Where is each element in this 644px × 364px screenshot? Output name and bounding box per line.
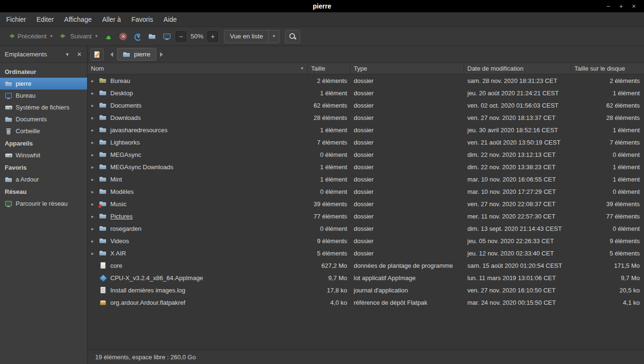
column-header-type[interactable]: Type bbox=[350, 63, 464, 74]
close-button[interactable]: × bbox=[627, 0, 640, 12]
folder-icon bbox=[99, 138, 107, 146]
minimize-button[interactable]: − bbox=[602, 0, 615, 12]
expander-icon[interactable]: ▸ bbox=[89, 189, 96, 194]
folder-icon bbox=[148, 33, 156, 40]
file-row-documents[interactable]: ▸Documents62 élémentsdossierven. 02 oct.… bbox=[88, 99, 644, 111]
file-row-modeles[interactable]: ▸Modèles0 élémentdossiermar. 10 nov. 202… bbox=[88, 185, 644, 198]
file-name-label: org.ardour.Ardour.flatpakref bbox=[110, 299, 185, 306]
expander-icon[interactable]: ▸ bbox=[89, 201, 96, 207]
forward-history-caret-icon[interactable]: ▼ bbox=[95, 34, 98, 38]
column-header-taille-sur-le-disque[interactable]: Taille sur le disque bbox=[571, 63, 644, 74]
sidebar-item-documents[interactable]: Documents bbox=[0, 113, 87, 125]
expander-icon[interactable]: ▸ bbox=[89, 251, 96, 256]
expander-icon[interactable]: ▸ bbox=[89, 164, 96, 170]
file-row-javasharedresources[interactable]: ▸javasharedresources1 élémentdossierjeu.… bbox=[88, 124, 644, 136]
menubar: FichierEditerAffichageAller àFavorisAide bbox=[0, 12, 644, 27]
stop-icon bbox=[119, 33, 127, 40]
file-row-mint[interactable]: ▸Mint1 élémentdossiermar. 10 nov. 2020 1… bbox=[88, 173, 644, 185]
file-type-cell: référence de dépôt Flatpak bbox=[350, 299, 464, 306]
column-header-date-de-modification[interactable]: Date de modification bbox=[464, 63, 571, 74]
menu-affichage[interactable]: Affichage bbox=[59, 12, 97, 27]
file-modified-cell: ven. 02 oct. 2020 01:56:03 CEST bbox=[464, 102, 571, 109]
zoom-in-button[interactable]: + bbox=[207, 31, 218, 42]
file-type-cell: dossier bbox=[350, 213, 464, 220]
sidebar-view-selector[interactable]: Emplacements bbox=[5, 51, 61, 58]
expander-icon[interactable]: ▸ bbox=[89, 177, 96, 182]
sidebar-item-label: Documents bbox=[16, 116, 47, 123]
zoom-out-button[interactable]: − bbox=[176, 31, 186, 42]
drive-icon bbox=[5, 152, 12, 159]
file-disk-size-cell: 9,7 Mo bbox=[571, 274, 644, 282]
view-mode-selector[interactable]: Vue en liste ▼ bbox=[224, 30, 279, 43]
expander-icon[interactable]: ▸ bbox=[89, 226, 96, 231]
file-disk-size-cell: 0 élément bbox=[571, 188, 644, 195]
file-disk-size-cell: 77 éléments bbox=[571, 213, 644, 220]
file-row-pictures[interactable]: ▸Pictures77 élémentsdossiermer. 11 nov. … bbox=[88, 210, 644, 222]
file-row-rosegarden[interactable]: ▸rosegarden0 élémentdossierdim. 13 sept.… bbox=[88, 222, 644, 235]
file-row-videos[interactable]: ▸Videos9 élémentsdossierjeu. 05 nov. 202… bbox=[88, 235, 644, 247]
refresh-button[interactable] bbox=[130, 31, 145, 42]
file-modified-cell: dim. 22 nov. 2020 13:12:13 CET bbox=[464, 151, 571, 158]
edit-location-button[interactable] bbox=[90, 48, 104, 61]
file-row-lightworks[interactable]: ▸Lightworks7 élémentsdossierven. 21 août… bbox=[88, 136, 644, 148]
file-row-megasync[interactable]: ▸MEGAsync0 élémentdossierdim. 22 nov. 20… bbox=[88, 148, 644, 161]
maximize-button[interactable]: + bbox=[615, 0, 627, 12]
file-name-cell: ▸javasharedresources bbox=[88, 126, 308, 134]
breadcrumb-scroll-right-button[interactable] bbox=[159, 48, 167, 61]
expander-icon[interactable]: ▸ bbox=[89, 91, 96, 96]
expander-icon[interactable]: ▸ bbox=[89, 127, 96, 133]
file-size-cell: 1 élément bbox=[308, 90, 350, 97]
file-row-music[interactable]: ▸Music39 élémentsdossierven. 27 nov. 202… bbox=[88, 198, 644, 210]
sidebar-item-corbeille[interactable]: Corbeille bbox=[0, 125, 87, 137]
file-type-cell: dossier bbox=[350, 176, 464, 183]
expander-icon[interactable]: ▸ bbox=[89, 238, 96, 244]
file-size-cell: 2 éléments bbox=[308, 77, 350, 84]
sidebar-item-systeme-de-fichiers[interactable]: Système de fichiers bbox=[0, 101, 87, 113]
menu-aide[interactable]: Aide bbox=[158, 12, 182, 27]
file-row-x-air[interactable]: ▸X AIR5 élémentsdossierjeu. 12 nov. 2020… bbox=[88, 247, 644, 259]
expander-icon[interactable]: ▸ bbox=[89, 78, 96, 83]
file-row-org-ardour-ardour-flatpakref[interactable]: org.ardour.Ardour.flatpakref4,0 koréfére… bbox=[88, 296, 644, 309]
menu-favoris[interactable]: Favoris bbox=[126, 12, 158, 27]
file-row-desktop[interactable]: ▸Desktop1 élémentdossierjeu. 20 août 202… bbox=[88, 87, 644, 99]
expander-icon[interactable]: ▸ bbox=[89, 152, 96, 157]
file-row-install-dernieres-images-log[interactable]: Install dernières images.log17,8 kojourn… bbox=[88, 284, 644, 296]
up-button[interactable] bbox=[101, 31, 116, 42]
menu-aller-a[interactable]: Aller à bbox=[97, 12, 126, 27]
back-button[interactable]: Précédent ▼ bbox=[4, 31, 56, 42]
file-row-megasync-downloads[interactable]: ▸MEGAsync Downloads1 élémentdossierdim. … bbox=[88, 161, 644, 173]
file-row-core[interactable]: core627,2 Modonnées de plantage de progr… bbox=[88, 259, 644, 272]
computer-button[interactable] bbox=[160, 31, 174, 42]
file-size-cell: 0 élément bbox=[308, 151, 350, 158]
expander-icon[interactable]: ▸ bbox=[89, 103, 96, 108]
sidebar-item-a-ardour[interactable]: a Ardour bbox=[0, 173, 87, 185]
file-row-downloads[interactable]: ▸Downloads28 élémentsdossierven. 27 nov.… bbox=[88, 111, 644, 124]
expander-icon[interactable]: ▸ bbox=[89, 140, 96, 145]
search-button[interactable] bbox=[285, 30, 300, 43]
home-folder-button[interactable] bbox=[145, 31, 160, 42]
file-name-cell: ▸Music bbox=[88, 200, 308, 208]
column-header-nom[interactable]: Nom▼ bbox=[88, 63, 308, 74]
breadcrumb-scroll-left-button[interactable] bbox=[106, 48, 115, 61]
back-history-caret-icon[interactable]: ▼ bbox=[50, 34, 54, 38]
sidebar-close-icon[interactable]: × bbox=[74, 50, 82, 59]
expander-icon[interactable]: ▸ bbox=[89, 214, 96, 219]
stop-button[interactable] bbox=[116, 31, 130, 42]
file-row-cpu-x-v3-2-4-x86-64-appimage[interactable]: CPU-X_v3.2.4_x86_64.AppImage9,7 Molot ap… bbox=[88, 272, 644, 284]
sidebar-view-caret-icon[interactable]: ▼ bbox=[61, 50, 74, 59]
menu-fichier[interactable]: Fichier bbox=[1, 12, 31, 27]
expander-icon[interactable]: ▸ bbox=[89, 115, 96, 120]
file-row-bureau[interactable]: ▸Bureau2 élémentsdossiersam. 28 nov. 202… bbox=[88, 74, 644, 87]
column-header-label: Date de modification bbox=[467, 65, 524, 72]
sidebar-item-pierre[interactable]: pierre bbox=[0, 78, 87, 90]
file-type-cell: dossier bbox=[350, 139, 464, 146]
sidebar-item-bureau[interactable]: Bureau bbox=[0, 90, 87, 101]
file-modified-cell: sam. 15 août 2020 01:20:54 CEST bbox=[464, 262, 571, 269]
sidebar-item-winswhit[interactable]: Winswhit bbox=[0, 149, 87, 161]
menu-editer[interactable]: Editer bbox=[31, 12, 59, 27]
forward-button[interactable]: Suivant ▼ bbox=[56, 31, 101, 42]
sidebar-item-parcourir-le-reseau[interactable]: Parcourir le réseau bbox=[0, 198, 87, 209]
file-name-label: Modèles bbox=[110, 188, 134, 195]
column-header-taille[interactable]: Taille bbox=[308, 63, 350, 74]
breadcrumb-pierre[interactable]: pierre bbox=[117, 48, 156, 61]
